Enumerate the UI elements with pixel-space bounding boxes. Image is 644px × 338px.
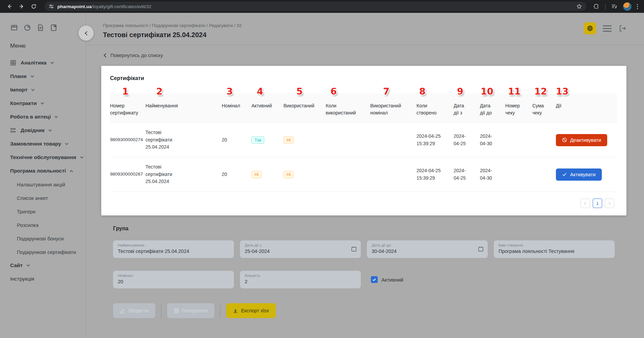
save-button[interactable]: Зберегти [113, 303, 155, 318]
browser-forward-icon[interactable] [16, 1, 27, 12]
sidebar-item-analytics[interactable]: Аналітика [10, 56, 86, 70]
sidebar-item-label: Плани [10, 73, 27, 79]
cell-used-nominal [370, 157, 417, 192]
cell-valid-from: 2024-04-25 [454, 157, 480, 192]
sidebar-item-questionnaires[interactable]: Список анкет [10, 191, 86, 205]
media-queue-icon[interactable] [609, 1, 620, 12]
browser-chrome: pharmapoint.ua/loyalty/gift-certificates… [0, 0, 644, 13]
active-checkbox[interactable] [371, 276, 378, 283]
export-xlsx-button[interactable]: Експорт xlsx [226, 303, 276, 318]
cell-used: Ні [284, 123, 326, 157]
sidebar-item-loyalty-program[interactable]: Програма лояльності [10, 164, 86, 178]
field-value: Програма лояльності Тестування [499, 249, 610, 254]
field-value: 25-04-2024 [245, 249, 356, 254]
cell-actions: Деактивувати [556, 123, 617, 157]
nominal-field[interactable]: Номінал 20 [113, 271, 234, 288]
browser-menu-icon[interactable] [635, 2, 640, 11]
browser-reload-icon[interactable] [28, 1, 39, 12]
save-button-label: Зберегти [128, 308, 149, 313]
name-field[interactable]: Найменування Тестові сертифікати 25.04.2… [113, 240, 234, 258]
sidebar-item-triggers[interactable]: Тригери [10, 205, 86, 218]
url-path: /loyalty/gift-certificates/edit/32 [91, 4, 151, 9]
deactivate-button[interactable]: Деактивувати [556, 134, 607, 146]
cell-active: Так [251, 123, 284, 157]
logout-icon[interactable] [618, 24, 626, 32]
cell-certificate-number: 9809300000267 [110, 157, 145, 192]
check-icon [372, 278, 376, 282]
date-from-field[interactable]: Дата дії з 25-04-2024 [240, 240, 361, 258]
browser-back-icon[interactable] [4, 1, 15, 12]
chevron-left-icon [85, 31, 89, 35]
sidebar-item-goods-order[interactable]: Замовлення товару [10, 137, 86, 151]
table-icon [174, 308, 179, 313]
activate-button[interactable]: Активувати [556, 168, 602, 181]
som-mark-4: 4 [257, 85, 263, 99]
sidebar-item-maintenance[interactable]: Технічне обслуговування [10, 151, 86, 164]
group-section: Група Найменування Тестові сертифікати 2… [101, 226, 626, 332]
ban-icon [562, 137, 567, 142]
chevron-left-icon [584, 202, 588, 205]
col-nominal: 3Номінал [222, 94, 251, 123]
archive-icon[interactable] [10, 24, 18, 32]
toolbar-divider [605, 4, 606, 9]
sidebar-item-directory[interactable]: Довідник [10, 124, 86, 137]
hamburger-menu-icon[interactable] [603, 25, 612, 32]
field-label: Найменування [118, 243, 229, 247]
sidebar-item-import[interactable]: Імпорт [10, 83, 86, 97]
pagination-prev-button[interactable] [581, 199, 590, 208]
sidebar-item-label: Програма лояльності [10, 168, 66, 174]
active-checkbox-group[interactable]: Активний [371, 276, 403, 283]
sidebar-collapse-button[interactable] [78, 25, 94, 41]
sidebar-item-contracts[interactable]: Контракти [10, 97, 86, 110]
pagination-next-button[interactable] [605, 199, 614, 208]
quantity-field[interactable]: Кількість 2 [240, 271, 361, 288]
pie-chart-icon[interactable] [23, 24, 31, 32]
sidebar-item-mailing[interactable]: Розсилка [10, 218, 86, 232]
cell-used: Ні [284, 157, 326, 192]
site-settings-icon[interactable] [49, 4, 54, 9]
status-badge: Ні [284, 171, 294, 178]
language-globe-button[interactable] [584, 22, 596, 34]
group-buttons-row: Зберегти Генерувати Експорт xlsx [113, 303, 626, 332]
field-label: Номінал [118, 274, 229, 278]
grid-icon [10, 60, 16, 66]
address-bar[interactable]: pharmapoint.ua/loyalty/gift-certificates… [45, 2, 586, 11]
som-mark-13: 13 [556, 85, 569, 99]
group-fields-row-1: Найменування Тестові сертифікати 25.04.2… [113, 240, 626, 258]
sidebar-item-plans[interactable]: Плани [10, 70, 86, 83]
url-text: pharmapoint.ua/loyalty/gift-certificates… [57, 4, 151, 9]
generate-button-label: Генерувати [182, 308, 208, 313]
sidebar-item-gift-certificates[interactable]: Подарункові сертифікати [10, 245, 86, 259]
cell-actions: Активувати [556, 157, 617, 192]
calendar-icon[interactable] [478, 246, 484, 252]
sidebar-subitem-label: Розсилка [17, 222, 38, 228]
col-receipt-sum: 12Сума чеку [532, 94, 556, 123]
certificates-table: 1Номер сертификату 2Найменування 3Номіна… [110, 94, 617, 192]
sidebar-item-pharmacy-work[interactable]: Робота в аптеці [10, 110, 86, 124]
sidebar-item-instruction[interactable]: Інструкція [10, 272, 86, 286]
bookmark-star-icon[interactable] [576, 3, 582, 9]
action-button-label: Активувати [570, 172, 596, 177]
pagination: 1 [110, 192, 617, 211]
pencil-icon [120, 308, 125, 313]
generate-button[interactable]: Генерувати [167, 303, 214, 318]
cell-nominal: 20 [222, 123, 251, 157]
calendar-icon[interactable] [351, 246, 357, 252]
back-to-list-link[interactable]: Повернутись до списку [103, 53, 163, 58]
created-by-field[interactable]: Ким створено Програма лояльності Тестува… [494, 240, 615, 258]
book-icon[interactable] [50, 24, 58, 32]
cell-used-nominal [370, 123, 417, 157]
back-link-label: Повернутись до списку [110, 53, 163, 58]
date-to-field[interactable]: Дата дії до 30-04-2024 [367, 240, 488, 258]
cell-when-used [326, 157, 370, 192]
extensions-icon[interactable] [591, 1, 602, 12]
sidebar-item-gift-bonuses[interactable]: Подарункові бонуси [10, 232, 86, 245]
sidebar-item-site[interactable]: Сайт [10, 259, 86, 272]
pagination-page-1[interactable]: 1 [593, 199, 602, 208]
field-label: Ким створено [499, 243, 610, 247]
document-icon[interactable] [36, 24, 45, 32]
sidebar-item-label: Аналітика [21, 60, 47, 66]
sidebar-item-promo-settings[interactable]: Налаштування акцій [10, 178, 86, 191]
profile-avatar[interactable] [623, 2, 632, 11]
breadcrumb: Програма лояльності / Подарункові сертиф… [103, 23, 644, 28]
